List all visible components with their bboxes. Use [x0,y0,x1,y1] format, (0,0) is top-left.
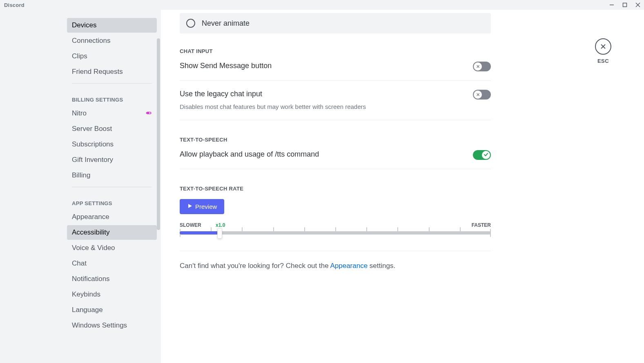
close-label: ESC [597,58,609,64]
sidebar-item-label: Voice & Video [72,244,115,252]
footer-text-pre: Can't find what you're looking for? Chec… [180,262,330,270]
sidebar-item-label: Windows Settings [72,321,127,330]
sidebar-item-label: Gift Inventory [72,156,113,164]
sidebar-item-subscriptions[interactable]: Subscriptions [67,137,157,152]
radio-never-animate[interactable]: Never animate [180,13,491,33]
close-settings: ESC [595,38,611,64]
sidebar-item-billing[interactable]: Billing [67,168,157,183]
sidebar-item-label: Notifications [72,275,110,283]
sidebar-item-label: Appearance [72,213,109,221]
setting-title: Show Send Message button [180,62,272,70]
preview-button-label: Preview [195,203,217,210]
toggle-legacy-chat-input[interactable]: ✕ [473,90,491,100]
x-icon: ✕ [476,64,480,69]
window-controls [609,2,641,8]
slider-labels: SLOWER x1.0 FASTER [180,222,491,229]
sidebar-item-appearance[interactable]: Appearance [67,210,157,224]
check-icon [484,151,488,159]
sidebar-item-label: Billing [72,171,90,179]
sidebar-item-label: Language [72,306,103,314]
section-header-tts-rate: TEXT-TO-SPEECH RATE [180,186,491,192]
sidebar-item-clips[interactable]: Clips [67,49,157,64]
minimize-icon[interactable] [609,2,615,8]
sidebar-item-label: Devices [72,21,96,29]
close-icon [600,43,606,50]
window-titlebar: Discord [0,0,644,10]
slider-label-current: x1.0 [216,222,225,228]
setting-tts-allow: Allow playback and usage of /tts command [180,150,491,169]
setting-legacy-chat-input: Use the legacy chat input Disables most … [180,90,491,120]
sidebar-item-label: Chat [72,259,87,268]
sidebar-item-friend-requests[interactable]: Friend Requests [67,64,157,79]
setting-description: Disables most chat features but may work… [180,102,366,111]
sidebar-item-label: Nitro [72,109,87,117]
main-content: Never animate CHAT INPUT Show Send Messa… [161,10,644,363]
section-header-tts: TEXT-TO-SPEECH [180,137,491,143]
app-title: Discord [4,2,25,8]
appearance-link[interactable]: Appearance [330,262,368,270]
sidebar-item-label: Friend Requests [72,68,123,76]
sidebar-item-devices[interactable]: Devices [67,18,157,33]
sidebar-item-gift-inventory[interactable]: Gift Inventory [67,153,157,167]
sidebar-item-windows-settings[interactable]: Windows Settings [67,318,157,333]
svg-rect-1 [623,3,627,7]
setting-title: Use the legacy chat input [180,90,366,98]
sidebar-item-accessibility[interactable]: Accessibility [67,225,157,240]
radio-label: Never animate [202,19,250,28]
sidebar-item-label: Accessibility [72,228,110,237]
sidebar-item-language[interactable]: Language [67,303,157,317]
close-window-icon[interactable] [635,2,641,8]
footer-hint: Can't find what you're looking for? Chec… [180,262,491,270]
settings-sidebar: Devices Connections Clips Friend Request… [63,10,161,363]
sidebar-divider [72,187,152,187]
tts-rate-slider[interactable]: SLOWER x1.0 FASTER [180,222,491,235]
maximize-icon[interactable] [622,2,628,8]
nitro-icon [145,109,152,117]
section-header-chat-input: CHAT INPUT [180,48,491,54]
setting-show-send-button: Show Send Message button ✕ [180,62,491,81]
close-button[interactable] [595,38,611,55]
sidebar-item-label: Connections [72,37,111,45]
sidebar-item-label: Clips [72,52,87,60]
play-icon [187,203,193,210]
x-icon: ✕ [476,92,480,97]
sidebar-item-label: Keybinds [72,290,100,299]
slider-thumb[interactable] [217,228,222,239]
toggle-tts-allow[interactable] [473,150,491,160]
sidebar-item-nitro[interactable]: Nitro [67,106,157,121]
setting-title: Allow playback and usage of /tts command [180,150,319,159]
slider-ticks [180,229,491,237]
slider-track[interactable] [180,231,491,235]
footer-text-post: settings. [368,262,395,270]
svg-point-4 [149,112,150,113]
sidebar-scrollbar[interactable] [157,38,160,230]
sidebar-container: Devices Connections Clips Friend Request… [0,10,161,363]
sidebar-divider [72,83,152,84]
preview-button[interactable]: Preview [180,199,224,214]
sidebar-item-server-boost[interactable]: Server Boost [67,122,157,136]
slider-fill [180,231,220,235]
sidebar-item-chat[interactable]: Chat [67,256,157,271]
sidebar-header-app: APP SETTINGS [67,191,157,210]
sidebar-item-keybinds[interactable]: Keybinds [67,287,157,302]
sidebar-item-label: Subscriptions [72,140,114,148]
sidebar-header-billing: BILLING SETTINGS [67,88,157,106]
sidebar-item-notifications[interactable]: Notifications [67,272,157,286]
sidebar-item-voice-video[interactable]: Voice & Video [67,241,157,255]
radio-icon [186,19,195,28]
sidebar-item-label: Server Boost [72,125,112,133]
toggle-show-send-button[interactable]: ✕ [473,62,491,71]
slider-label-slower: SLOWER [180,222,201,228]
slider-label-faster: FASTER [472,222,491,228]
sidebar-item-connections[interactable]: Connections [67,33,157,48]
